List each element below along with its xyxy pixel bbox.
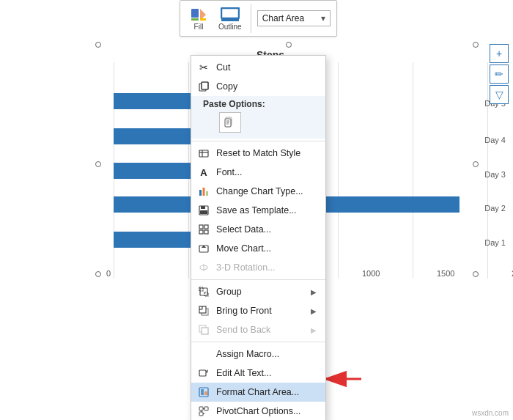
fill-label: Fill [194, 23, 204, 31]
svg-rect-22 [200, 210, 207, 214]
handle-ml[interactable] [95, 161, 101, 167]
menu-chart-type-label: Change Chart Type... [216, 186, 303, 196]
pen-icon: ✏ [495, 68, 503, 80]
handle-mr[interactable] [473, 161, 479, 167]
send-back-icon [197, 323, 210, 336]
assign-macro-icon [197, 347, 210, 361]
handle-tr[interactable] [473, 42, 479, 48]
menu-reset-label: Reset to Match Style [216, 148, 300, 158]
group-icon [197, 285, 210, 298]
sep-1 [191, 141, 325, 141]
outline-button[interactable]: Outline [215, 5, 245, 32]
svg-rect-24 [204, 225, 208, 229]
menu-bring-front[interactable]: Bring to Front ▶ [191, 301, 325, 320]
menu-select-data[interactable]: Select Data... [191, 220, 325, 239]
menu-assign-macro[interactable]: Assign Macro... [191, 345, 325, 364]
svg-rect-17 [199, 190, 202, 196]
handle-br[interactable] [473, 271, 479, 277]
svg-rect-44 [204, 407, 208, 410]
svg-rect-7 [202, 82, 208, 89]
save-template-icon [197, 204, 210, 217]
chart-area-select[interactable]: Chart Area ▾ [257, 10, 331, 26]
menu-copy-label: Copy [216, 81, 237, 92]
menu-bring-front-label: Bring to Front [216, 306, 272, 316]
x-label-0: 0 [106, 269, 111, 278]
menu-move-chart[interactable]: Move Chart... [191, 239, 325, 258]
menu-font[interactable]: A Font... [191, 163, 325, 182]
menu-cut-label: Cut [216, 62, 230, 73]
svg-rect-23 [199, 225, 203, 229]
handle-tl[interactable] [95, 42, 101, 48]
pen-button[interactable]: ✏ [490, 65, 509, 84]
toolbar-divider [251, 4, 251, 33]
bring-front-arrow: ▶ [311, 307, 317, 315]
filter-icon: ▽ [495, 89, 503, 100]
format-chart-icon [197, 386, 210, 399]
select-data-icon [197, 223, 210, 236]
svg-rect-41 [201, 389, 204, 395]
chart-area-label: Chart Area [262, 13, 304, 23]
paste-icon-1[interactable] [219, 112, 241, 133]
menu-select-data-label: Select Data... [216, 224, 271, 235]
add-element-button[interactable]: + [490, 44, 509, 63]
menu-3d-rotation-label: 3-D Rotation... [216, 262, 276, 273]
menu-copy[interactable]: Copy [191, 77, 325, 96]
cut-icon: ✂ [197, 61, 210, 74]
menu-edit-alt-label: Edit Alt Text... [216, 368, 272, 378]
svg-rect-14 [199, 150, 208, 157]
sidebar-buttons: + ✏ ▽ [490, 44, 509, 104]
font-icon: A [197, 166, 210, 179]
paste-section: Paste Options: [191, 96, 325, 139]
filter-button[interactable]: ▽ [490, 85, 509, 104]
menu-group-label: Group [216, 287, 242, 297]
paste-icon-row [197, 112, 320, 136]
dropdown-icon: ▾ [321, 13, 325, 23]
handle-tm[interactable] [286, 42, 292, 48]
menu-save-template[interactable]: Save as Template... [191, 201, 325, 220]
y-label-day2: Day 2 [484, 204, 506, 213]
menu-reset[interactable]: Reset to Match Style [191, 144, 325, 163]
svg-rect-19 [206, 191, 208, 196]
copy-icon [197, 80, 210, 93]
menu-group[interactable]: Group ▶ [191, 282, 325, 301]
chart-type-icon [197, 185, 210, 198]
svg-rect-26 [204, 230, 208, 234]
reset-icon [197, 147, 210, 160]
svg-rect-42 [204, 391, 207, 395]
svg-rect-21 [201, 206, 205, 209]
move-chart-icon [197, 242, 210, 255]
watermark: wsxdn.com [472, 409, 509, 417]
handle-bl[interactable] [95, 271, 101, 277]
menu-move-chart-label: Move Chart... [216, 243, 271, 254]
menu-edit-alt[interactable]: Edit Alt Text... [191, 364, 325, 383]
y-label-day3: Day 3 [484, 170, 506, 179]
edit-alt-icon [197, 366, 210, 380]
svg-rect-3 [200, 18, 206, 21]
sep-3 [191, 342, 325, 342]
group-arrow: ▶ [311, 288, 317, 296]
pivotchart-icon [197, 405, 210, 418]
y-label-day4: Day 4 [484, 136, 506, 144]
menu-chart-type[interactable]: Change Chart Type... [191, 182, 325, 201]
menu-pivotchart[interactable]: PivotChart Options... [191, 402, 325, 420]
3d-rotation-icon [197, 261, 210, 274]
menu-3d-rotation: 3-D Rotation... [191, 258, 325, 277]
svg-rect-25 [199, 230, 203, 234]
menu-font-label: Font... [216, 167, 242, 177]
svg-rect-32 [200, 288, 207, 295]
menu-assign-macro-label: Assign Macro... [216, 349, 279, 359]
x-label-1500: 1500 [437, 269, 454, 278]
svg-rect-18 [203, 188, 205, 196]
menu-send-back[interactable]: Send to Back ▶ [191, 320, 325, 339]
menu-save-template-label: Save as Template... [216, 205, 297, 215]
menu-send-back-label: Send to Back [216, 325, 270, 335]
svg-rect-4 [221, 8, 239, 18]
add-icon: + [496, 48, 502, 59]
menu-format-chart[interactable]: Format Chart Area... [191, 383, 325, 402]
fill-button[interactable]: Fill [186, 5, 211, 32]
menu-cut[interactable]: ✂ Cut [191, 58, 325, 77]
bring-front-icon [197, 304, 210, 317]
svg-rect-0 [191, 9, 199, 18]
svg-rect-45 [199, 412, 203, 416]
outline-label: Outline [218, 23, 242, 31]
